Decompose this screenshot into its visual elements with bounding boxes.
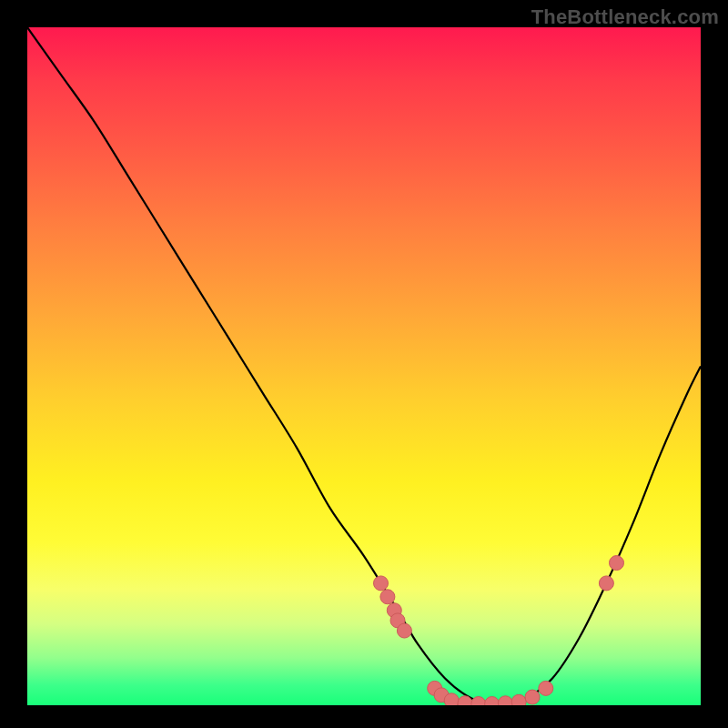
- watermark-text: TheBottleneck.com: [531, 5, 719, 29]
- chart-area: [27, 27, 701, 705]
- chart-background-gradient: [27, 27, 701, 705]
